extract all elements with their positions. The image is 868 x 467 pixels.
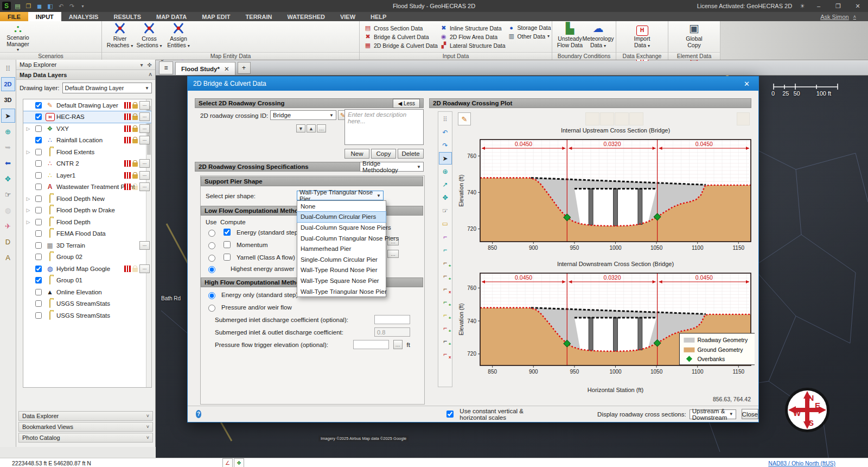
layer-symbology-icon[interactable]: [124, 125, 131, 132]
layer-visibility-checkbox[interactable]: [35, 149, 42, 155]
layer-lock-icon[interactable]: [132, 186, 138, 190]
plot-tool-xs-add-green[interactable]: ⌐+: [439, 295, 452, 308]
collapse-icon[interactable]: ˄: [149, 72, 152, 78]
field-input[interactable]: 0.8: [374, 327, 410, 337]
compass-rose[interactable]: N E S W: [784, 387, 831, 433]
pier-option-dual-column-square-nose-piers[interactable]: Dual-Column Square Nose Piers: [297, 222, 386, 233]
layer-symbology-icon[interactable]: [124, 113, 131, 120]
tab-close-icon[interactable]: ✕: [224, 65, 229, 73]
plot-tool-xs-add-point[interactable]: ⌐+: [439, 256, 452, 269]
layer-visibility-checkbox[interactable]: [35, 289, 42, 295]
map-explorer-header[interactable]: Map Explorer ▾✜: [16, 60, 155, 70]
layer-lock-icon[interactable]: [132, 268, 138, 272]
plot-tool-pan-hand[interactable]: ☞: [439, 204, 452, 217]
pier-option-wall-type-triangular-nose-pier[interactable]: Wall-Type Triangular Nose Pier: [297, 286, 386, 297]
layer-visibility-checkbox[interactable]: [35, 184, 42, 190]
close-dialog-button[interactable]: Close: [742, 409, 758, 419]
angle-tool-icon[interactable]: ∠: [222, 458, 233, 467]
menu-tab-analysis[interactable]: ANALYSIS: [61, 12, 106, 21]
layer-visibility-checkbox[interactable]: [35, 230, 42, 237]
pier-option-dual-column-triangular-nose-piers[interactable]: Dual-Column Triangular Nose Piers: [297, 233, 386, 244]
ribbon-item-other-data[interactable]: ▥Other Data▾: [508, 33, 551, 40]
layer-lock-icon[interactable]: [132, 104, 138, 109]
panel-data-explorer[interactable]: Data Explorer˅: [18, 411, 153, 421]
pier-option-wall-type-square-nose-pier[interactable]: Wall-Type Square Nose Pier: [297, 275, 386, 286]
ribbon-item-lateral-structure-data[interactable]: ▞Lateral Structure Data: [440, 42, 506, 49]
layer-lock-icon[interactable]: [132, 139, 138, 143]
plot-tool-zoom-window[interactable]: ↗: [439, 178, 452, 191]
layer-symbology-icon[interactable]: [124, 137, 131, 143]
layer-more-button[interactable]: ...: [139, 136, 150, 144]
expand-arrow[interactable]: ▷: [25, 149, 31, 155]
layer-more-button[interactable]: ...: [139, 112, 150, 121]
tool-pan-hand[interactable]: ☞: [1, 187, 15, 201]
layer-visibility-checkbox[interactable]: [35, 137, 42, 143]
layer-lock-icon[interactable]: [132, 162, 138, 167]
menu-tab-results[interactable]: RESULTS: [106, 12, 149, 21]
constant-scales-checkbox[interactable]: [446, 411, 454, 418]
plot-tool-grip[interactable]: ⠿: [439, 113, 452, 125]
layer-visibility-checkbox[interactable]: [35, 207, 42, 213]
new-tab-button[interactable]: +: [238, 62, 251, 74]
meteorology-data-button[interactable]: ☁Meteorology Data ▾: [584, 22, 612, 52]
layer-symbology-icon[interactable]: [124, 160, 131, 167]
panel-bookmarked-views[interactable]: Bookmarked Views˅: [18, 422, 153, 432]
save-all-icon[interactable]: ◧: [46, 2, 54, 10]
menu-tab-map-edit[interactable]: MAP EDIT: [194, 12, 238, 21]
dialog-close-icon[interactable]: ✕: [741, 80, 753, 88]
layer-row-flood-depth-new[interactable]: ▷Flood Depth New: [23, 193, 151, 205]
crossing-prev-button[interactable]: ▼: [296, 124, 305, 132]
layer-row-wastewater-treatment-plant[interactable]: AWastewater Treatment Plant...: [23, 181, 151, 193]
layer-symbology-icon[interactable]: [124, 102, 131, 109]
gps-tool-icon[interactable]: ❖: [234, 458, 244, 467]
use-radio[interactable]: [208, 242, 215, 249]
assign-entities-button[interactable]: Assign Entities ▾: [164, 22, 193, 52]
layer-row-3d-terrain[interactable]: ▦3D Terrain...: [23, 239, 151, 251]
tab-flood-study[interactable]: Flood Study*✕: [175, 62, 235, 75]
layer-row-group-01[interactable]: Group 01: [23, 275, 151, 287]
layer-symbology-icon[interactable]: [124, 184, 131, 190]
tool-grip[interactable]: ⠿: [1, 61, 15, 75]
tool-zoom-previous[interactable]: ⬅: [1, 156, 15, 170]
layer-visibility-checkbox[interactable]: [35, 242, 42, 249]
layer-row-vxy[interactable]: ▷❖VXY...: [23, 123, 151, 135]
layer-visibility-checkbox[interactable]: [35, 102, 42, 109]
layer-more-button[interactable]: ...: [139, 171, 150, 180]
tool-zoom-extents[interactable]: ✥: [1, 172, 15, 186]
tool-view-2d[interactable]: 2D: [1, 77, 15, 91]
layer-row-usgs-streamstats[interactable]: USGS StreamStats: [23, 310, 151, 321]
layer-visibility-checkbox[interactable]: [35, 266, 42, 272]
layer-visibility-checkbox[interactable]: [35, 125, 42, 132]
use-radio[interactable]: [208, 230, 215, 237]
ribbon-item-cross-section-data[interactable]: ▤Cross Section Data: [364, 24, 438, 31]
layer-visibility-checkbox[interactable]: [35, 195, 42, 202]
layer-visibility-checkbox[interactable]: [35, 300, 42, 307]
expand-arrow[interactable]: ▷: [25, 196, 31, 201]
layer-symbology-icon[interactable]: [124, 172, 131, 179]
tab-menu-icon[interactable]: ≡: [159, 61, 173, 74]
maximize-button[interactable]: ❐: [832, 3, 844, 10]
dialog-title-bar[interactable]: 2D Bridge & Culvert Data ✕: [188, 77, 758, 91]
layer-lock-icon[interactable]: [132, 174, 138, 179]
layer-more-button[interactable]: ...: [139, 241, 150, 250]
description-field[interactable]: Enter text description here...: [344, 109, 424, 145]
copy-button[interactable]: Copy: [371, 149, 396, 159]
cross-sections-button[interactable]: Cross Sections ▾: [135, 22, 164, 52]
layer-symbology-icon[interactable]: [124, 266, 131, 272]
layer-row-rainfall-location[interactable]: ∴Rainfall Location...: [23, 135, 151, 147]
scenario-manager-button[interactable]: ⛬ Scenario Manager▾: [3, 22, 33, 52]
pressure-weir-radio[interactable]: [208, 305, 215, 312]
plot-tool-measure-ruler[interactable]: ▭: [439, 217, 452, 230]
expand-arrow[interactable]: ▷: [25, 207, 31, 213]
layer-row-default-drawing-layer[interactable]: ✎Default Drawing Layer...: [23, 99, 151, 111]
layer-row-flood-extents[interactable]: ▷Flood Extents: [23, 146, 151, 158]
methodology-combo[interactable]: Bridge Methodology▼: [360, 162, 424, 172]
compute-checkbox[interactable]: [224, 229, 231, 236]
map-data-layers-header[interactable]: Map Data Layers˄: [16, 70, 155, 80]
crs-link[interactable]: NAD83 / Ohio North (ftUS): [768, 460, 835, 466]
layer-row-flood-depth-w-drake[interactable]: ▷Flood Depth w Drake: [23, 205, 151, 217]
plot-edit-pencil-button[interactable]: ✎: [458, 112, 471, 125]
layer-row-hybrid-map-google[interactable]: ◍Hybrid Map Google...: [23, 263, 151, 275]
pier-option-dual-column-circular-piers[interactable]: Dual-Column Circular Piers: [297, 212, 386, 223]
plot-tool-xs-delete-point[interactable]: ⌐x: [439, 282, 452, 295]
